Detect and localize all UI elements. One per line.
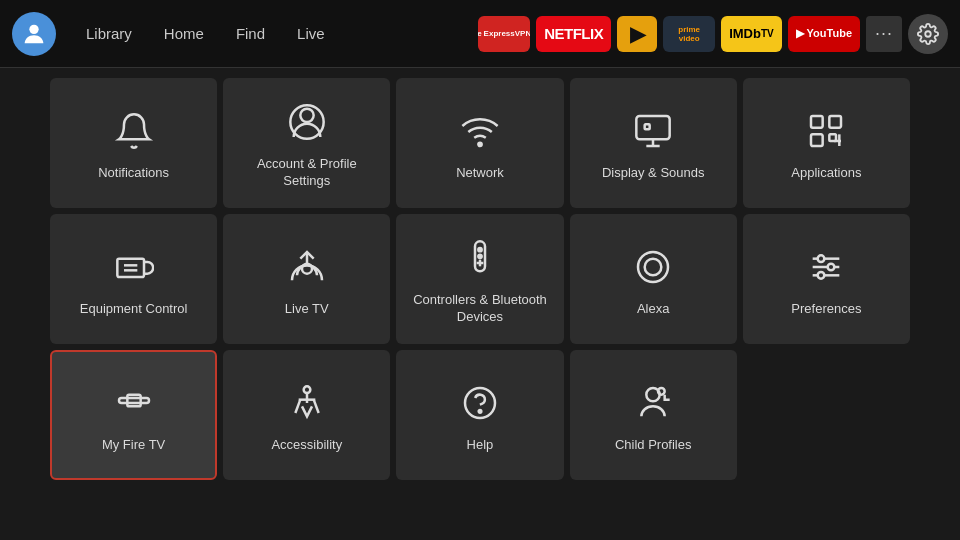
wifi-icon: [456, 107, 504, 155]
user-avatar[interactable]: [12, 12, 56, 56]
tile-child-profiles[interactable]: Child Profiles: [570, 350, 737, 480]
tile-my-fire-tv[interactable]: My Fire TV: [50, 350, 217, 480]
app-imdb[interactable]: IMDb TV: [721, 16, 782, 52]
tile-accessibility[interactable]: Accessibility: [223, 350, 390, 480]
nav-home[interactable]: Home: [150, 19, 218, 48]
tile-equipment-control[interactable]: Equipment Control: [50, 214, 217, 344]
app-netflix[interactable]: NETFLIX: [536, 16, 611, 52]
svg-point-28: [828, 263, 835, 270]
svg-point-4: [478, 142, 481, 145]
tv-remote-icon: [110, 243, 158, 291]
header: Library Home Find Live e ExpressVPN NETF…: [0, 0, 960, 68]
display-icon: [629, 107, 677, 155]
tile-label: Alexa: [637, 301, 670, 318]
tile-label: Live TV: [285, 301, 329, 318]
empty-tile: [743, 350, 910, 480]
svg-point-35: [479, 410, 482, 413]
app-prime[interactable]: prime video: [663, 16, 715, 52]
tile-label: Network: [456, 165, 504, 182]
tile-account-profile[interactable]: Account & ProfileSettings: [223, 78, 390, 208]
tile-controllers-bluetooth[interactable]: Controllers & Bluetooth Devices: [396, 214, 563, 344]
apps-bar: e ExpressVPN NETFLIX ▶ prime video IMDb …: [478, 14, 948, 54]
antenna-icon: [283, 243, 331, 291]
firetv-icon: [110, 379, 158, 427]
svg-rect-5: [637, 116, 670, 139]
apps-grid-icon: [802, 107, 850, 155]
question-icon: [456, 379, 504, 427]
tile-label: Accessibility: [271, 437, 342, 454]
tile-label: Controllers & Bluetooth Devices: [406, 292, 553, 326]
svg-point-2: [300, 109, 313, 122]
tile-preferences[interactable]: Preferences: [743, 214, 910, 344]
app-plex[interactable]: ▶: [617, 16, 657, 52]
svg-rect-9: [811, 134, 823, 146]
tile-label: Child Profiles: [615, 437, 692, 454]
tile-display-sounds[interactable]: Display & Sounds: [570, 78, 737, 208]
svg-point-0: [29, 24, 38, 33]
tile-live-tv[interactable]: Live TV: [223, 214, 390, 344]
tile-label: Applications: [791, 165, 861, 182]
svg-rect-7: [811, 116, 823, 128]
person-circle-icon: [283, 98, 331, 146]
remote-icon: [456, 234, 504, 282]
sliders-icon: [802, 243, 850, 291]
svg-rect-31: [127, 394, 140, 406]
svg-point-18: [478, 248, 481, 251]
svg-point-22: [638, 252, 668, 282]
nav-library[interactable]: Library: [72, 19, 146, 48]
svg-rect-8: [830, 116, 842, 128]
tile-label: My Fire TV: [102, 437, 165, 454]
svg-point-37: [658, 388, 665, 395]
svg-point-27: [818, 255, 825, 262]
tile-help[interactable]: Help: [396, 350, 563, 480]
svg-rect-30: [119, 398, 149, 403]
svg-point-23: [645, 258, 662, 275]
svg-point-1: [925, 31, 931, 37]
svg-rect-13: [117, 258, 144, 276]
settings-button[interactable]: [908, 14, 948, 54]
alexa-icon: [629, 243, 677, 291]
child-profile-icon: [629, 379, 677, 427]
tile-label: Equipment Control: [80, 301, 188, 318]
accessibility-icon: [283, 379, 331, 427]
settings-grid-container: Notifications Account & ProfileSettings …: [0, 68, 960, 490]
tile-label: Notifications: [98, 165, 169, 182]
svg-point-32: [303, 386, 310, 393]
tile-label: Preferences: [791, 301, 861, 318]
more-apps-button[interactable]: ···: [866, 16, 902, 52]
tile-network[interactable]: Network: [396, 78, 563, 208]
tile-alexa[interactable]: Alexa: [570, 214, 737, 344]
nav-links: Library Home Find Live: [72, 19, 339, 48]
settings-grid: Notifications Account & ProfileSettings …: [50, 78, 910, 480]
svg-point-29: [818, 272, 825, 279]
tile-notifications[interactable]: Notifications: [50, 78, 217, 208]
nav-live[interactable]: Live: [283, 19, 339, 48]
bell-icon: [110, 107, 158, 155]
tile-label: Help: [467, 437, 494, 454]
tile-applications[interactable]: Applications: [743, 78, 910, 208]
svg-point-19: [478, 255, 481, 258]
app-expressvpn[interactable]: e ExpressVPN: [478, 16, 530, 52]
app-youtube[interactable]: ▶ YouTube: [788, 16, 860, 52]
svg-rect-6: [645, 124, 650, 129]
tile-label: Account & ProfileSettings: [257, 156, 357, 190]
nav-find[interactable]: Find: [222, 19, 279, 48]
tile-label: Display & Sounds: [602, 165, 705, 182]
